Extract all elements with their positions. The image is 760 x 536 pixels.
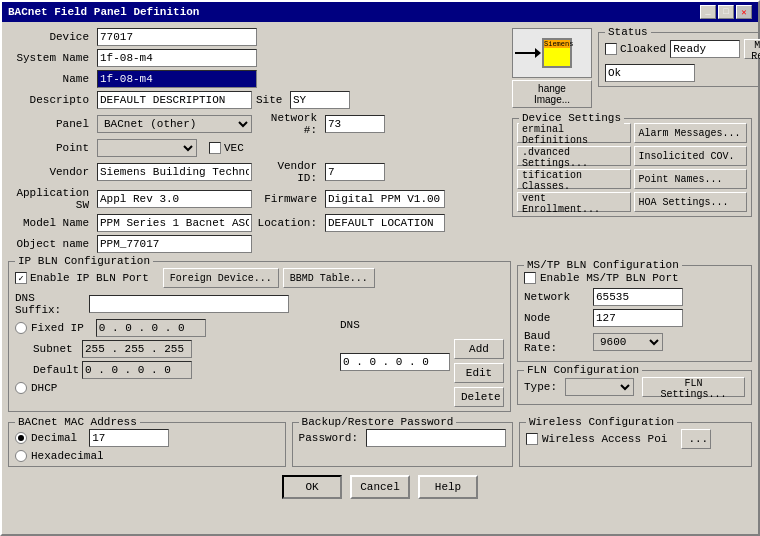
fln-settings-button[interactable]: FLN Settings... [642,377,745,397]
fln-box: FLN Configuration Type: FLN Settings... [517,370,752,405]
ms-tp-title: MS/TP BLN Configuration [524,259,682,271]
enable-ms-tp-label: Enable MS/TP BLN Port [540,272,679,284]
title-bar: BACnet Field Panel Definition _ □ ✕ [2,2,758,22]
cancel-button[interactable]: Cancel [350,475,410,499]
cloaked-check: Cloaked [605,43,666,55]
bottom-section: BACnet MAC Address Decimal Hexadecimal B… [8,418,752,467]
vec-check: VEC [209,142,244,154]
title-bar-buttons: _ □ ✕ [700,5,752,19]
notification-classes-button[interactable]: tification Classes. [517,169,631,189]
unsolicited-cov-button[interactable]: Insolicited COV. [634,146,748,166]
descripto-input[interactable] [97,91,252,109]
app-sw-input[interactable] [97,190,252,208]
mac-input[interactable] [89,429,169,447]
wireless-dots-button[interactable]: ... [681,429,711,449]
name-input[interactable] [97,70,257,88]
event-enrollment-button[interactable]: vent Enrollment... [517,192,631,212]
default-input[interactable] [82,361,192,379]
right-panel: Siemens hange Image... Status Cloaked [512,28,752,253]
descripto-row: Descripto Site [8,91,506,109]
password-input[interactable] [366,429,506,447]
baud-select[interactable]: 9600 [593,333,663,351]
descripto-label: Descripto [8,94,93,106]
fln-type-select[interactable] [565,378,634,396]
form-area: Device System Name Name Descripto Site [8,28,506,253]
firmware-input[interactable] [325,190,445,208]
enable-ms-tp-checkbox[interactable] [524,272,536,284]
network-label: Network #: [256,112,321,136]
edit-button[interactable]: Edit [454,363,504,383]
cloaked-label: Cloaked [620,43,666,55]
make-ready-button[interactable]: Make Ready [744,39,760,59]
name-label: Name [8,73,93,85]
site-input[interactable] [290,91,350,109]
hoa-settings-button[interactable]: HOA Settings... [634,192,748,212]
subnet-input[interactable] [82,340,192,358]
point-row: Point VEC [8,139,506,157]
device-image: Siemens [512,28,592,78]
network-input[interactable] [325,115,385,133]
ms-node-label: Node [524,312,589,324]
app-sw-label: Application SW [8,187,93,211]
dhcp-row: DHCP [15,382,332,394]
ok-input [605,64,695,82]
footer-buttons: OK Cancel Help [8,475,752,499]
point-names-button[interactable]: Point Names... [634,169,748,189]
object-input[interactable] [97,235,252,253]
alarm-messages-button[interactable]: Alarm Messages... [634,123,748,143]
delete-button[interactable]: Delete [454,387,504,407]
enable-ip-checkbox[interactable]: ✓ [15,272,27,284]
maximize-button[interactable]: □ [718,5,734,19]
enable-ip-check: ✓ Enable IP BLN Port [15,272,149,284]
ok-button[interactable]: OK [282,475,342,499]
dhcp-label: DHCP [31,382,57,394]
close-button[interactable]: ✕ [736,5,752,19]
ms-network-row: Network [524,288,745,306]
system-name-input[interactable] [97,49,257,67]
change-image-button[interactable]: hange Image... [512,80,592,108]
decimal-radio[interactable] [15,432,27,444]
subnet-label: Subnet [15,343,70,355]
model-input[interactable] [97,214,252,232]
add-button[interactable]: Add [454,339,504,359]
ms-node-input[interactable] [593,309,683,327]
minimize-button[interactable]: _ [700,5,716,19]
bbmd-table-button[interactable]: BBMD Table... [283,268,375,288]
fixed-ip-input[interactable] [96,319,206,337]
ip-config-title: IP BLN Configuration [15,255,153,267]
panel-label: Panel [8,118,93,130]
point-select[interactable] [97,139,197,157]
device-settings-box: Device Settings erminal Definitions Alar… [512,118,752,217]
image-area: Siemens hange Image... Status Cloaked [512,28,752,108]
hex-label: Hexadecimal [31,450,104,462]
dhcp-radio[interactable] [15,382,27,394]
fln-type-row: Type: FLN Settings... [524,377,745,397]
dns-input[interactable] [340,353,450,371]
hex-radio[interactable] [15,450,27,462]
vec-checkbox[interactable] [209,142,221,154]
help-button[interactable]: Help [418,475,478,499]
fln-title: FLN Configuration [524,364,642,376]
ms-network-input[interactable] [593,288,683,306]
wireless-access-checkbox[interactable] [526,433,538,445]
foreign-device-button[interactable]: Foreign Device... [163,268,279,288]
fixed-ip-radio[interactable] [15,322,27,334]
panel-select[interactable]: BACnet (other) [97,115,252,133]
dns-suffix-input[interactable] [89,295,289,313]
cloaked-checkbox[interactable] [605,43,617,55]
device-label: Device [8,31,93,43]
location-input[interactable] [325,214,445,232]
enable-ip-label: Enable IP BLN Port [30,272,149,284]
advanced-settings-button[interactable]: .dvanced Settings... [517,146,631,166]
terminal-definitions-button[interactable]: erminal Definitions [517,123,631,143]
default-label: Default [15,364,70,376]
middle-section: IP BLN Configuration ✓ Enable IP BLN Por… [8,257,752,412]
ms-network-label: Network [524,291,589,303]
device-input[interactable] [97,28,257,46]
vendor-id-input[interactable] [325,163,385,181]
fixed-ip-row: Fixed IP [15,319,332,337]
default-row: Default [15,361,332,379]
decimal-label: Decimal [31,432,77,444]
vendor-input[interactable] [97,163,252,181]
status-row: Cloaked Make Ready [605,39,760,59]
